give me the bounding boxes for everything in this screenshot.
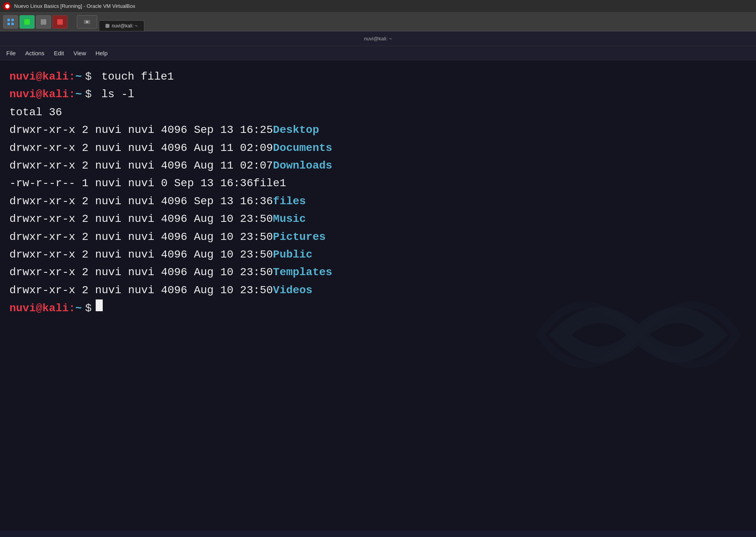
prompt-colon-final: : (69, 300, 75, 317)
terminal-header: nuvi@kali: ~ (0, 31, 756, 46)
ls-entry-files: drwxr-xr-x 2 nuvi nuvi 4096 Sep 13 16:36… (9, 193, 747, 210)
terminal-cursor (96, 299, 103, 311)
ls-name-pictures: Pictures (273, 229, 325, 245)
ls-perms-templates: drwxr-xr-x 2 nuvi nuvi 4096 Aug 10 23:50 (9, 264, 273, 281)
vm-terminal-tab[interactable]: nuvi@kali: ~ (99, 20, 144, 31)
prompt-dollar-final: $ (85, 300, 92, 317)
prompt-user-1: nuvi (9, 68, 36, 85)
svg-rect-5 (41, 19, 46, 25)
prompt-colon-2: : (69, 86, 75, 103)
svg-rect-1 (11, 19, 14, 21)
vm-toolbar: nuvi@kali: ~ (0, 13, 756, 31)
prompt-at-final: @ (36, 300, 42, 317)
ls-entry-videos: drwxr-xr-x 2 nuvi nuvi 4096 Aug 10 23:50… (9, 282, 747, 299)
prompt-host-final: kali (42, 300, 69, 317)
svg-rect-0 (7, 19, 10, 21)
ls-name-downloads: Downloads (273, 157, 332, 174)
menu-view[interactable]: View (73, 50, 86, 56)
ls-entry-templates: drwxr-xr-x 2 nuvi nuvi 4096 Aug 10 23:50… (9, 264, 747, 281)
ls-name-music: Music (273, 210, 306, 227)
ls-perms-documents: drwxr-xr-x 2 nuvi nuvi 4096 Aug 11 02:09 (9, 140, 273, 156)
ls-entry-public: drwxr-xr-x 2 nuvi nuvi 4096 Aug 10 23:50… (9, 246, 747, 263)
prompt-host-1: kali (42, 68, 69, 85)
vm-tool-btn-1[interactable] (3, 15, 18, 29)
prompt-dollar-2: $ (85, 86, 92, 103)
menu-actions[interactable]: Actions (25, 50, 44, 56)
command-line-1: nuvi@kali:~$ touch file1 (9, 68, 747, 85)
terminal-prompt-final: nuvi@kali:~$ (9, 299, 747, 317)
prompt-dollar-1: $ (85, 68, 92, 85)
menu-file[interactable]: File (6, 50, 16, 56)
ls-entry-pictures: drwxr-xr-x 2 nuvi nuvi 4096 Aug 10 23:50… (9, 229, 747, 245)
vm-tool-btn-2[interactable] (20, 15, 35, 29)
ls-name-desktop: Desktop (273, 122, 319, 138)
command-line-2: nuvi@kali:~$ ls -l (9, 86, 747, 103)
prompt-colon-1: : (69, 68, 75, 85)
ls-perms-videos: drwxr-xr-x 2 nuvi nuvi 4096 Aug 10 23:50 (9, 282, 273, 299)
vm-tab-area: nuvi@kali: ~ (99, 13, 753, 31)
ls-perms-music: drwxr-xr-x 2 nuvi nuvi 4096 Aug 10 23:50 (9, 210, 273, 227)
ls-perms-downloads: drwxr-xr-x 2 nuvi nuvi 4096 Aug 11 02:07 (9, 157, 273, 174)
menu-help[interactable]: Help (95, 50, 107, 56)
ls-name-files: files (273, 193, 306, 210)
output-total-text: total 36 (9, 104, 62, 121)
terminal-header-title: nuvi@kali: ~ (364, 36, 392, 42)
svg-rect-6 (57, 19, 63, 25)
vm-window-title: Nuevo Linux Basics [Running] - Oracle VM… (14, 3, 135, 9)
svg-rect-2 (7, 23, 10, 25)
prompt-tilde-1: ~ (75, 68, 82, 85)
ls-perms-files: drwxr-xr-x 2 nuvi nuvi 4096 Sep 13 16:36 (9, 193, 273, 210)
ls-entry-documents: drwxr-xr-x 2 nuvi nuvi 4096 Aug 11 02:09… (9, 140, 747, 156)
output-total: total 36 (9, 104, 747, 121)
ls-perms-desktop: drwxr-xr-x 2 nuvi nuvi 4096 Sep 13 16:25 (9, 122, 273, 138)
ls-perms-file1: -rw-r--r-- 1 nuvi nuvi 0 Sep 13 16:36 (9, 175, 253, 192)
ls-name-public: Public (273, 246, 313, 263)
ls-entry-downloads: drwxr-xr-x 2 nuvi nuvi 4096 Aug 11 02:07… (9, 157, 747, 174)
ls-name-videos: Videos (273, 282, 313, 299)
prompt-tilde-2: ~ (75, 86, 82, 103)
ls-entry-desktop: drwxr-xr-x 2 nuvi nuvi 4096 Sep 13 16:25… (9, 122, 747, 138)
ls-entry-music: drwxr-xr-x 2 nuvi nuvi 4096 Aug 10 23:50… (9, 210, 747, 227)
prompt-user-final: nuvi (9, 300, 36, 317)
prompt-host-2: kali (42, 86, 69, 103)
cmd-text-2: ls -l (95, 86, 134, 103)
vm-app-icon: ⬤ (3, 2, 11, 10)
vm-tool-btn-5[interactable] (77, 15, 97, 29)
prompt-at-2: @ (36, 86, 42, 103)
svg-rect-4 (24, 19, 30, 25)
prompt-tilde-final: ~ (75, 300, 82, 317)
prompt-user-2: nuvi (9, 86, 36, 103)
menu-edit[interactable]: Edit (54, 50, 64, 56)
terminal-content: nuvi@kali:~$ touch file1 nuvi@kali:~$ ls… (0, 60, 756, 531)
vm-tab-icon (105, 24, 109, 28)
vm-titlebar: ⬤ Nuevo Linux Basics [Running] - Oracle … (0, 0, 756, 13)
cmd-text-1: touch file1 (95, 68, 174, 85)
ls-perms-public: drwxr-xr-x 2 nuvi nuvi 4096 Aug 10 23:50 (9, 246, 273, 263)
ls-name-file1: file1 (253, 175, 286, 192)
ls-perms-pictures: drwxr-xr-x 2 nuvi nuvi 4096 Aug 10 23:50 (9, 229, 273, 245)
svg-rect-8 (86, 21, 88, 23)
terminal-menubar: File Actions Edit View Help (0, 46, 756, 60)
ls-name-documents: Documents (273, 140, 332, 156)
ls-entry-file1: -rw-r--r-- 1 nuvi nuvi 0 Sep 13 16:36 fi… (9, 175, 747, 192)
prompt-at-1: @ (36, 68, 42, 85)
vm-tool-btn-4[interactable] (53, 15, 67, 29)
vm-tab-label: nuvi@kali: ~ (112, 23, 138, 29)
vm-tool-btn-3[interactable] (36, 15, 51, 29)
svg-rect-3 (11, 23, 14, 25)
ls-name-templates: Templates (273, 264, 332, 281)
